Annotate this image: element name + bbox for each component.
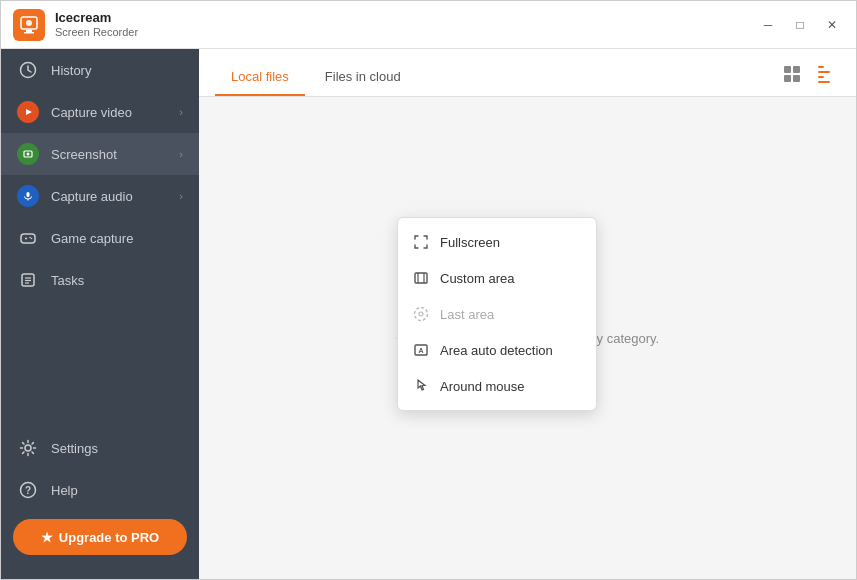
screenshot-icon [17,143,39,165]
sidebar-item-label: Capture audio [51,189,133,204]
svg-rect-1 [26,30,32,32]
fullscreen-icon [412,233,430,251]
sidebar-item-label: History [51,63,91,78]
grid-icon [784,66,800,82]
dropdown-item-last-area: Last area [398,296,596,332]
custom-area-icon [412,269,430,287]
sidebar-item-label: Screenshot [51,147,117,162]
list-icon [818,66,834,83]
list-view-button[interactable] [812,60,840,88]
svg-point-29 [415,308,428,321]
window-controls: ─ □ ✕ [756,13,844,37]
svg-rect-11 [27,192,30,197]
sidebar-bottom: Settings ? Help ★ Upgrade to PRO [1,427,199,579]
sidebar-item-label: Capture video [51,105,132,120]
dropdown-item-area-auto-detection[interactable]: A Area auto detection [398,332,596,368]
app-subtitle: Screen Recorder [55,26,756,39]
history-icon [17,59,39,81]
svg-rect-26 [415,273,427,283]
sidebar-item-capture-video[interactable]: Capture video › [1,91,199,133]
svg-text:A: A [418,347,423,354]
dropdown-item-label: Last area [440,307,494,322]
dropdown-item-fullscreen[interactable]: Fullscreen [398,224,596,260]
sidebar-spacer [1,301,199,427]
svg-point-3 [26,20,32,26]
sidebar-item-settings[interactable]: Settings [1,427,199,469]
help-icon: ? [17,479,39,501]
close-button[interactable]: ✕ [820,13,844,37]
app-window: Icecream Screen Recorder ─ □ ✕ History [0,0,857,580]
sidebar-item-game-capture[interactable]: Game capture [1,217,199,259]
dropdown-item-label: Custom area [440,271,514,286]
upgrade-button[interactable]: ★ Upgrade to PRO [13,519,187,555]
audio-icon [17,185,39,207]
sidebar-item-label: Game capture [51,231,133,246]
app-icon [13,9,45,41]
last-area-icon [412,305,430,323]
svg-point-17 [31,238,33,240]
area-auto-icon: A [412,341,430,359]
dropdown-item-around-mouse[interactable]: Around mouse [398,368,596,404]
dropdown-item-label: Fullscreen [440,235,500,250]
svg-text:?: ? [25,485,31,496]
dropdown-item-custom-area[interactable]: Custom area [398,260,596,296]
maximize-button[interactable]: □ [788,13,812,37]
sidebar-item-help[interactable]: ? Help [1,469,199,511]
tab-bar: Local files Files in cloud [199,49,856,97]
tab-files-in-cloud[interactable]: Files in cloud [309,69,417,96]
svg-rect-13 [21,234,35,243]
upgrade-label: Upgrade to PRO [59,530,159,545]
dropdown-item-label: Area auto detection [440,343,553,358]
sidebar-item-screenshot[interactable]: Screenshot › [1,133,199,175]
sidebar-item-label: Settings [51,441,98,456]
app-title: Icecream Screen Recorder [55,10,756,39]
game-icon [17,227,39,249]
grid-view-button[interactable] [778,60,806,88]
tasks-icon [17,269,39,291]
tab-actions [778,60,840,96]
chevron-right-icon: › [179,148,183,160]
svg-point-22 [25,445,31,451]
chevron-right-icon: › [179,190,183,202]
title-bar: Icecream Screen Recorder ─ □ ✕ [1,1,856,49]
around-mouse-icon [412,377,430,395]
star-icon: ★ [41,530,53,545]
content-area: Local files Files in cloud [199,49,856,579]
svg-rect-2 [24,32,34,34]
screenshot-dropdown: Fullscreen Custom area [397,217,597,411]
svg-point-9 [27,153,30,156]
sidebar: History Capture video › [1,49,199,579]
sidebar-item-capture-audio[interactable]: Capture audio › [1,175,199,217]
minimize-button[interactable]: ─ [756,13,780,37]
sidebar-item-history[interactable]: History [1,49,199,91]
chevron-right-icon: › [179,106,183,118]
video-icon [17,101,39,123]
sidebar-item-label: Tasks [51,273,84,288]
svg-point-16 [29,237,31,239]
svg-point-30 [419,312,423,316]
sidebar-item-tasks[interactable]: Tasks [1,259,199,301]
sidebar-item-label: Help [51,483,78,498]
app-name: Icecream [55,10,756,26]
settings-icon [17,437,39,459]
main-layout: History Capture video › [1,49,856,579]
tab-local-files[interactable]: Local files [215,69,305,96]
dropdown-item-label: Around mouse [440,379,525,394]
